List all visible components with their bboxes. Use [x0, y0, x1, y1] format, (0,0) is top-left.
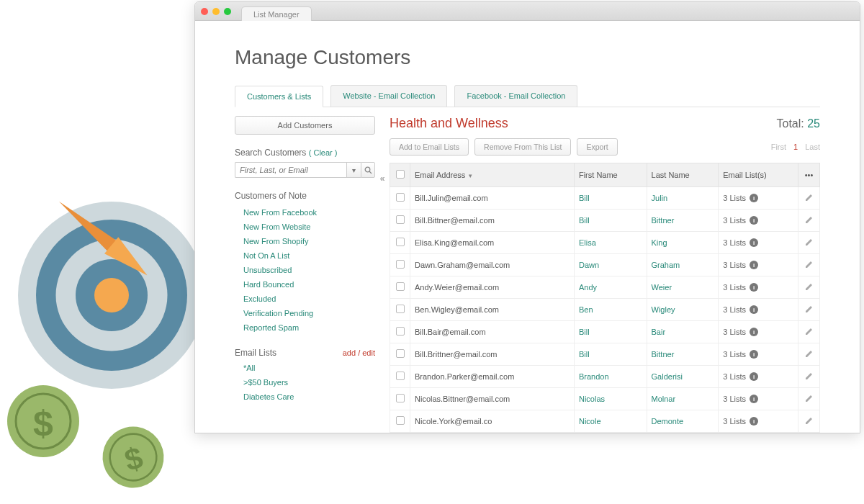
row-checkbox[interactable]	[390, 276, 410, 299]
add-to-lists-button[interactable]: Add to Email Lists	[390, 138, 469, 156]
email-list-item[interactable]: >$50 Buyers	[235, 375, 375, 390]
edit-row-button[interactable]	[798, 321, 820, 343]
window-controls[interactable]	[201, 8, 231, 15]
note-item[interactable]: Verification Pending	[235, 306, 375, 320]
row-checkbox[interactable]	[390, 187, 410, 210]
row-checkbox[interactable]	[390, 388, 410, 410]
row-checkbox[interactable]	[390, 299, 410, 321]
minimize-icon[interactable]	[212, 8, 220, 15]
cell-last-name[interactable]: Bittner	[647, 210, 719, 232]
cell-first-name[interactable]: Brandon	[574, 366, 647, 388]
cell-first-name[interactable]: Nicole	[574, 410, 647, 433]
edit-row-button[interactable]	[798, 388, 820, 410]
info-icon[interactable]: i	[750, 238, 758, 247]
cell-last-name[interactable]: Wigley	[647, 299, 719, 321]
edit-row-button[interactable]	[798, 276, 820, 299]
pager-first[interactable]: First	[771, 143, 786, 151]
row-checkbox[interactable]	[390, 254, 410, 276]
add-edit-lists-link[interactable]: add / edit	[343, 348, 375, 357]
info-icon[interactable]: i	[750, 328, 758, 336]
info-icon[interactable]: i	[750, 216, 758, 225]
close-icon[interactable]	[201, 8, 208, 15]
col-first-name[interactable]: First Name	[574, 163, 647, 187]
cell-last-name[interactable]: Molnar	[647, 388, 719, 410]
search-dropdown-button[interactable]: ▾	[346, 162, 361, 178]
pencil-icon	[805, 260, 814, 269]
note-item[interactable]: New From Facebook	[235, 205, 375, 220]
note-item[interactable]: New From Website	[235, 220, 375, 234]
info-icon[interactable]: i	[750, 305, 758, 314]
pencil-icon	[805, 327, 814, 336]
browser-tab[interactable]: List Manager	[241, 6, 312, 21]
maximize-icon[interactable]	[224, 8, 231, 15]
edit-row-button[interactable]	[798, 410, 820, 433]
cell-last-name[interactable]: Bittner	[647, 343, 719, 366]
col-email[interactable]: Email Address▼	[410, 163, 575, 187]
edit-row-button[interactable]	[798, 254, 820, 276]
note-item[interactable]: Not On A List	[235, 248, 375, 263]
note-item[interactable]: Excluded	[235, 292, 375, 306]
note-item[interactable]: Reported Spam	[235, 320, 375, 335]
email-list-item[interactable]: *All	[235, 361, 375, 375]
cell-first-name[interactable]: Bill	[574, 321, 647, 343]
email-list-item[interactable]: Diabetes Care	[235, 390, 375, 404]
cell-first-name[interactable]: Dawn	[574, 254, 647, 276]
edit-row-button[interactable]	[798, 232, 820, 254]
edit-row-button[interactable]	[798, 366, 820, 388]
cell-first-name[interactable]: Elisa	[574, 232, 647, 254]
add-customers-button[interactable]: Add Customers	[235, 116, 375, 135]
pencil-icon	[805, 394, 814, 402]
svg-line-9	[369, 171, 372, 174]
info-icon[interactable]: i	[750, 395, 758, 403]
info-icon[interactable]: i	[750, 372, 758, 381]
cell-last-name[interactable]: Julin	[647, 187, 719, 210]
note-item[interactable]: Hard Bounced	[235, 277, 375, 292]
info-icon[interactable]: i	[750, 194, 758, 202]
cell-first-name[interactable]: Bill	[574, 210, 647, 232]
row-checkbox[interactable]	[390, 321, 410, 343]
cell-email: Elisa.King@email.com	[410, 232, 575, 254]
cell-lists: 3 Lists i	[719, 388, 798, 410]
cell-last-name[interactable]: Galderisi	[647, 366, 719, 388]
cell-first-name[interactable]: Andy	[574, 276, 647, 299]
tab-1[interactable]: Website - Email Collection	[330, 85, 447, 107]
note-item[interactable]: New From Shopify	[235, 234, 375, 248]
remove-from-list-button[interactable]: Remove From This List	[474, 138, 571, 156]
collapse-sidebar-button[interactable]: «	[375, 116, 390, 433]
info-icon[interactable]: i	[750, 350, 758, 359]
cell-last-name[interactable]: Bair	[647, 321, 719, 343]
row-checkbox[interactable]	[390, 232, 410, 254]
search-button[interactable]	[361, 162, 375, 178]
tab-2[interactable]: Facebook - Email Collection	[454, 85, 577, 107]
row-checkbox[interactable]	[390, 343, 410, 366]
col-lists[interactable]: Email List(s)	[719, 163, 798, 187]
row-checkbox[interactable]	[390, 410, 410, 433]
cell-first-name[interactable]: Bill	[574, 343, 647, 366]
col-more[interactable]: •••	[798, 163, 820, 187]
pager-current: 1	[793, 143, 798, 151]
note-item[interactable]: Unsubscribed	[235, 263, 375, 277]
clear-search-link[interactable]: ( Clear )	[309, 148, 338, 157]
info-icon[interactable]: i	[750, 261, 758, 269]
cell-last-name[interactable]: Graham	[647, 254, 719, 276]
tab-0[interactable]: Customers & Lists	[235, 86, 323, 107]
col-last-name[interactable]: Last Name	[647, 163, 719, 187]
edit-row-button[interactable]	[798, 343, 820, 366]
cell-first-name[interactable]: Nicolas	[574, 388, 647, 410]
cell-first-name[interactable]: Ben	[574, 299, 647, 321]
edit-row-button[interactable]	[798, 299, 820, 321]
edit-row-button[interactable]	[798, 187, 820, 210]
row-checkbox[interactable]	[390, 210, 410, 232]
cell-first-name[interactable]: Bill	[574, 187, 647, 210]
select-all-header[interactable]	[390, 163, 410, 187]
edit-row-button[interactable]	[798, 210, 820, 232]
pager-last[interactable]: Last	[805, 143, 820, 151]
row-checkbox[interactable]	[390, 366, 410, 388]
info-icon[interactable]: i	[750, 283, 758, 292]
cell-last-name[interactable]: Weier	[647, 276, 719, 299]
search-input[interactable]	[235, 162, 346, 178]
info-icon[interactable]: i	[750, 417, 758, 426]
cell-last-name[interactable]: King	[647, 232, 719, 254]
cell-last-name[interactable]: Demonte	[647, 410, 719, 433]
export-button[interactable]: Export	[577, 138, 617, 156]
